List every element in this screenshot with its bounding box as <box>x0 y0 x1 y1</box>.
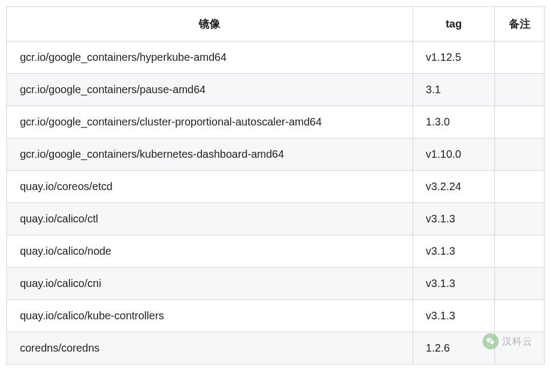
cell-image: quay.io/calico/cni <box>7 268 413 300</box>
cell-tag: v1.12.5 <box>413 41 495 74</box>
cell-image: gcr.io/google_containers/kubernetes-dash… <box>7 138 413 171</box>
cell-image: gcr.io/google_containers/hyperkube-amd64 <box>7 41 413 74</box>
cell-note <box>495 41 545 74</box>
cell-tag: 1.3.0 <box>413 106 495 138</box>
header-note: 备注 <box>495 7 545 41</box>
cell-note <box>495 300 545 332</box>
cell-tag: 1.2.6 <box>413 332 495 365</box>
table-row: gcr.io/google_containers/cluster-proport… <box>7 106 545 138</box>
images-table: 镜像 tag 备注 gcr.io/google_containers/hyper… <box>6 6 545 365</box>
cell-image: quay.io/calico/kube-controllers <box>7 300 413 332</box>
cell-note <box>495 171 545 203</box>
cell-tag: 3.1 <box>413 74 495 106</box>
table-row: quay.io/calico/kube-controllers v3.1.3 <box>7 300 545 332</box>
table-row: coredns/coredns 1.2.6 <box>7 332 545 365</box>
cell-tag: v3.1.3 <box>413 300 495 332</box>
cell-tag: v3.1.3 <box>413 203 495 235</box>
table-row: quay.io/calico/cni v3.1.3 <box>7 268 545 300</box>
cell-note <box>495 332 545 365</box>
cell-image: quay.io/calico/ctl <box>7 203 413 235</box>
table-body: gcr.io/google_containers/hyperkube-amd64… <box>7 41 545 365</box>
table-row: quay.io/calico/node v3.1.3 <box>7 235 545 268</box>
cell-note <box>495 235 545 268</box>
cell-note <box>495 106 545 138</box>
table-row: gcr.io/google_containers/pause-amd64 3.1 <box>7 74 545 106</box>
header-image: 镜像 <box>7 7 413 41</box>
table-row: gcr.io/google_containers/kubernetes-dash… <box>7 138 545 171</box>
cell-image: coredns/coredns <box>7 332 413 365</box>
cell-image: quay.io/calico/node <box>7 235 413 268</box>
cell-image: quay.io/coreos/etcd <box>7 171 413 203</box>
cell-note <box>495 268 545 300</box>
table-row: quay.io/calico/ctl v3.1.3 <box>7 203 545 235</box>
cell-tag: v3.1.3 <box>413 268 495 300</box>
table-row: quay.io/coreos/etcd v3.2.24 <box>7 171 545 203</box>
cell-image: gcr.io/google_containers/cluster-proport… <box>7 106 413 138</box>
cell-note <box>495 138 545 171</box>
cell-note <box>495 74 545 106</box>
table-row: gcr.io/google_containers/hyperkube-amd64… <box>7 41 545 74</box>
cell-tag: v1.10.0 <box>413 138 495 171</box>
table-header-row: 镜像 tag 备注 <box>7 7 545 41</box>
header-tag: tag <box>413 7 495 41</box>
cell-tag: v3.2.24 <box>413 171 495 203</box>
cell-note <box>495 203 545 235</box>
cell-image: gcr.io/google_containers/pause-amd64 <box>7 74 413 106</box>
cell-tag: v3.1.3 <box>413 235 495 268</box>
